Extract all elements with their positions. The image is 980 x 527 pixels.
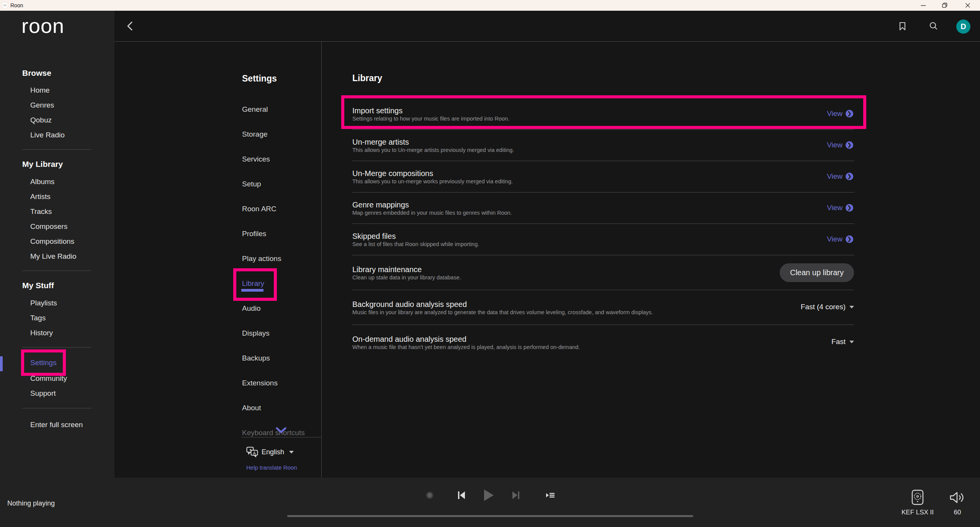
- sidebar-item-my-live-radio[interactable]: My Live Radio: [30, 252, 76, 261]
- sidebar-header-browse: Browse: [22, 69, 51, 78]
- row-separator: [352, 192, 854, 193]
- view-button-import-settings[interactable]: View ❯: [827, 109, 853, 118]
- sidebar-item-community[interactable]: Community: [30, 374, 67, 383]
- sidebar-item-playlists[interactable]: Playlists: [30, 299, 57, 307]
- sidebar-item-history[interactable]: History: [30, 329, 53, 337]
- menu-item-about[interactable]: About: [242, 404, 261, 412]
- bookmark-icon[interactable]: [899, 22, 906, 31]
- sidebar-item-settings[interactable]: Settings: [30, 359, 57, 367]
- row-title-un-merge-compositions: Un-Merge compositions: [352, 169, 433, 178]
- row-subtitle: See a list of files that Roon skipped wh…: [352, 241, 479, 247]
- row-title-on-demand-analysis: On-demand audio analysis speed: [352, 335, 466, 344]
- sidebar-item-enter-full-screen[interactable]: Enter full screen: [30, 421, 83, 429]
- play-icon[interactable]: [483, 489, 494, 501]
- row-title-background-analysis: Background audio analysis speed: [352, 300, 467, 309]
- menu-item-audio[interactable]: Audio: [242, 304, 261, 313]
- menu-item-library[interactable]: Library: [242, 279, 264, 288]
- sidebar-header-my-library: My Library: [22, 160, 63, 169]
- row-title-import-settings: Import settings: [352, 106, 402, 115]
- sidebar-separator: [22, 347, 91, 348]
- sidebar-item-albums[interactable]: Albums: [30, 178, 54, 186]
- row-separator: [352, 290, 854, 290]
- sidebar-separator: [22, 408, 91, 408]
- window-title: Roon: [10, 2, 23, 8]
- menu-item-roon-arc[interactable]: Roon ARC: [242, 205, 276, 213]
- sidebar-item-support[interactable]: Support: [30, 389, 56, 398]
- menu-item-displays[interactable]: Displays: [242, 329, 270, 338]
- sidebar-item-composers[interactable]: Composers: [30, 222, 67, 231]
- row-subtitle: This allows you to un-merge works previo…: [352, 178, 513, 184]
- restore-icon: [942, 3, 948, 8]
- translate-icon: ✶ A: [246, 447, 258, 457]
- menu-item-extensions[interactable]: Extensions: [242, 379, 278, 387]
- view-button-un-merge-artists[interactable]: View ❯: [827, 141, 853, 149]
- sidebar-item-home[interactable]: Home: [30, 86, 50, 95]
- queue-icon[interactable]: [546, 492, 555, 498]
- zone-speaker-icon[interactable]: [911, 489, 924, 506]
- next-track-icon[interactable]: [512, 491, 520, 499]
- row-subtitle: Clean up stale data in your library data…: [352, 274, 461, 281]
- row-title-library-maintenance: Library maintenance: [352, 265, 422, 274]
- menu-item-storage[interactable]: Storage: [242, 130, 268, 139]
- library-panel-title: Library: [352, 73, 382, 83]
- close-button[interactable]: [960, 0, 975, 11]
- search-icon[interactable]: [929, 22, 937, 30]
- sidebar-header-my-stuff: My Stuff: [22, 281, 54, 290]
- row-separator: [352, 224, 854, 224]
- on-demand-analysis-dropdown[interactable]: Fast: [831, 338, 854, 346]
- scroll-down-icon[interactable]: [276, 427, 286, 434]
- window-titlebar: Roon: [0, 0, 980, 11]
- row-subtitle: Map genres embedded in your music files …: [352, 210, 512, 216]
- sidebar-item-live-radio[interactable]: Live Radio: [30, 131, 65, 139]
- row-title-un-merge-artists: Un-merge artists: [352, 138, 409, 147]
- restore-button[interactable]: [937, 0, 952, 11]
- menu-item-keyboard-shortcuts[interactable]: Keyboard shortcuts: [242, 429, 305, 437]
- volume-icon[interactable]: [950, 492, 965, 503]
- view-button-un-merge-compositions[interactable]: View ❯: [827, 172, 853, 181]
- row-separator: [352, 129, 854, 130]
- sidebar-separator: [22, 149, 91, 150]
- row-title-skipped-files: Skipped files: [352, 232, 396, 241]
- caret-down-icon: [849, 306, 854, 308]
- active-item-accent-bar: [0, 356, 3, 371]
- menu-item-backups[interactable]: Backups: [242, 354, 270, 362]
- minimize-button[interactable]: [916, 0, 931, 11]
- menu-item-setup[interactable]: Setup: [242, 180, 261, 188]
- menu-item-services[interactable]: Services: [242, 155, 270, 163]
- row-separator: [352, 161, 854, 161]
- back-icon[interactable]: [127, 21, 133, 31]
- sidebar-item-qobuz[interactable]: Qobuz: [30, 116, 52, 124]
- menu-item-play-actions[interactable]: Play actions: [242, 255, 281, 263]
- menu-item-general[interactable]: General: [242, 105, 268, 114]
- row-title-genre-mappings: Genre mappings: [352, 201, 409, 209]
- record-icon[interactable]: [425, 491, 434, 499]
- row-separator: [352, 325, 854, 325]
- help-translate-link[interactable]: Help translate Roon: [246, 464, 297, 471]
- zone-name[interactable]: KEF LSX II: [901, 509, 934, 516]
- avatar[interactable]: D: [956, 20, 970, 34]
- sidebar-item-tracks[interactable]: Tracks: [30, 207, 52, 216]
- roon-app-icon: [2, 3, 8, 8]
- sidebar-item-tags[interactable]: Tags: [30, 314, 46, 322]
- top-header: D: [115, 11, 980, 42]
- seek-bar[interactable]: [287, 515, 693, 517]
- sidebar-item-genres[interactable]: Genres: [30, 101, 54, 109]
- clean-up-library-button[interactable]: Clean up library: [780, 263, 854, 282]
- menu-item-profiles[interactable]: Profiles: [242, 230, 266, 238]
- sidebar-item-artists[interactable]: Artists: [30, 193, 51, 201]
- background-analysis-dropdown[interactable]: Fast (4 cores): [801, 303, 854, 311]
- import-settings-highlight-box: [341, 95, 866, 129]
- previous-track-icon[interactable]: [458, 491, 465, 499]
- volume-value[interactable]: 60: [954, 509, 961, 516]
- sidebar-item-compositions[interactable]: Compositions: [30, 237, 74, 246]
- panel-divider: [321, 42, 322, 478]
- view-button-genre-mappings[interactable]: View ❯: [827, 204, 853, 212]
- sidebar-separator: [22, 271, 91, 271]
- chevron-right-icon: ❯: [846, 235, 853, 243]
- row-subtitle: When a music file that hasn't yet been a…: [352, 344, 580, 350]
- row-subtitle: Settings relating to how your music file…: [352, 116, 509, 122]
- close-icon: [965, 3, 971, 8]
- view-button-skipped-files[interactable]: View ❯: [827, 235, 853, 243]
- now-playing-status: Nothing playing: [7, 499, 55, 507]
- chevron-right-icon: ❯: [846, 173, 853, 180]
